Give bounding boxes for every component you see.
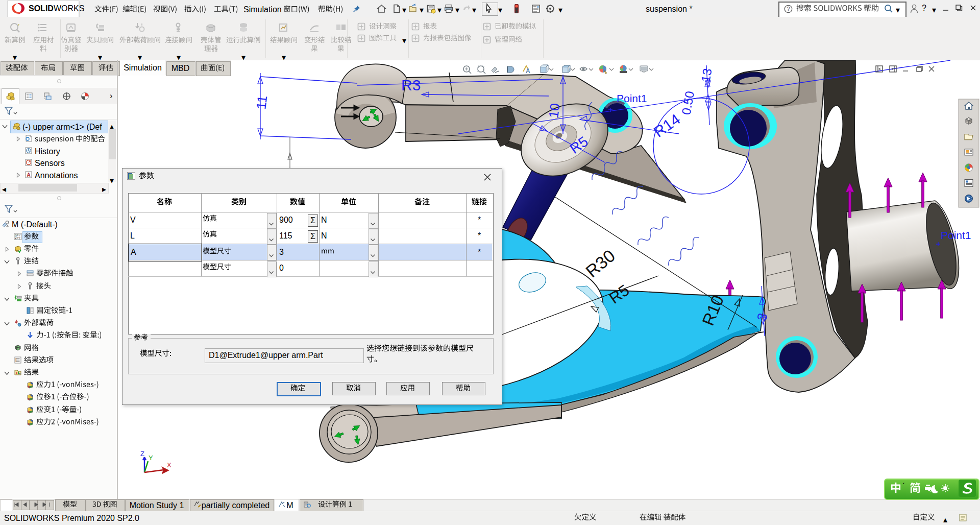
svg-text:Point1: Point1: [617, 92, 647, 104]
svg-text:x=?: x=?: [15, 236, 20, 240]
svg-text:Z: Z: [140, 450, 144, 458]
svg-text:Point1: Point1: [941, 229, 971, 241]
svg-text:11: 11: [253, 94, 270, 110]
svg-text:A: A: [27, 172, 30, 178]
svg-text:Y: Y: [149, 454, 153, 462]
svg-text:X: X: [167, 461, 172, 469]
svg-text:A: A: [526, 67, 530, 75]
svg-text:R3: R3: [401, 77, 421, 93]
svg-text:R30: R30: [582, 246, 619, 281]
svg-text:R14: R14: [651, 110, 683, 140]
svg-text:0.50: 0.50: [679, 90, 697, 116]
svg-text:10: 10: [546, 102, 562, 118]
svg-text:?: ?: [787, 6, 790, 12]
